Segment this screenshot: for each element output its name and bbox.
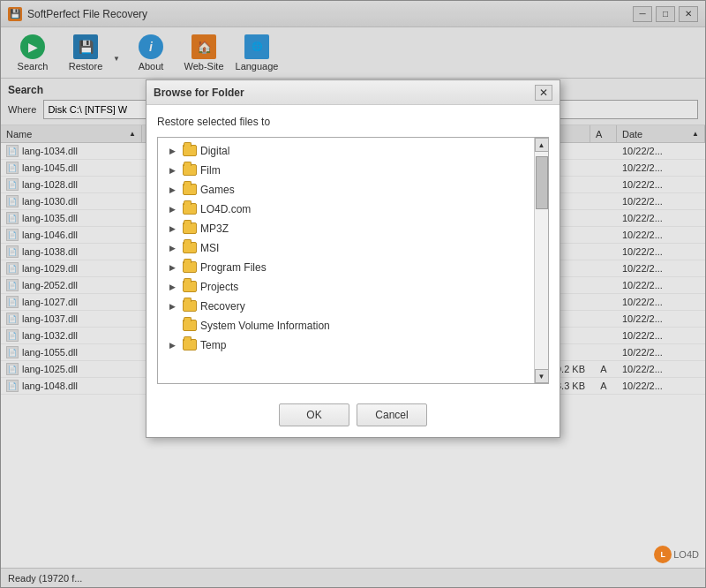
scrollbar-down-button[interactable]: ▼ bbox=[535, 369, 549, 383]
folder-scrollbar[interactable]: ▲ ▼ bbox=[534, 138, 548, 383]
folder-icon bbox=[183, 300, 197, 313]
dialog-close-button[interactable]: ✕ bbox=[535, 85, 552, 101]
folder-label: Projects bbox=[200, 281, 238, 293]
tree-expand-icon: ▶ bbox=[165, 183, 179, 197]
folder-icon bbox=[183, 222, 197, 235]
main-window: 💾 SoftPerfect File Recovery ─ □ ✕ ▶ Sear… bbox=[0, 0, 706, 588]
folder-label: Games bbox=[200, 184, 235, 196]
folder-label: System Volume Information bbox=[200, 320, 330, 332]
browse-folder-dialog: Browse for Folder ✕ Restore selected fil… bbox=[146, 79, 560, 438]
folder-tree-item[interactable]: ▶ Digital bbox=[158, 141, 534, 161]
folder-tree-item[interactable]: ▶ Temp bbox=[158, 335, 534, 355]
dialog-buttons: OK Cancel bbox=[146, 395, 560, 437]
folder-icon bbox=[183, 145, 197, 157]
dialog-title: Browse for Folder bbox=[154, 87, 244, 99]
folder-tree-item[interactable]: System Volume Information bbox=[158, 316, 534, 335]
tree-expand-icon: ▶ bbox=[165, 338, 179, 352]
tree-expand-icon: ▶ bbox=[165, 222, 179, 236]
folder-icon bbox=[183, 320, 197, 332]
scrollbar-thumb[interactable] bbox=[536, 156, 548, 209]
watermark-text: LO4D bbox=[673, 549, 699, 560]
scrollbar-track bbox=[535, 152, 549, 369]
folder-tree-item[interactable]: ▶ Recovery bbox=[158, 297, 534, 316]
tree-expand-icon bbox=[165, 319, 179, 333]
folder-icon bbox=[183, 261, 197, 274]
tree-expand-icon: ▶ bbox=[165, 163, 179, 177]
folder-tree-item[interactable]: ▶ MP3Z bbox=[158, 219, 534, 238]
folder-label: Recovery bbox=[200, 300, 245, 313]
folder-label: Film bbox=[200, 164, 221, 177]
folder-tree-item[interactable]: ▶ LO4D.com bbox=[158, 200, 534, 219]
tree-expand-icon: ▶ bbox=[165, 202, 179, 216]
tree-expand-icon: ▶ bbox=[165, 144, 179, 158]
ok-button[interactable]: OK bbox=[279, 403, 349, 426]
cancel-button[interactable]: Cancel bbox=[357, 403, 427, 426]
folder-tree-item[interactable]: ▶ Projects bbox=[158, 277, 534, 297]
folder-label: MSI bbox=[200, 242, 219, 254]
folder-label: LO4D.com bbox=[200, 203, 251, 215]
folder-tree[interactable]: ▶ Digital ▶ Film ▶ Games ▶ LO4D.com ▶ MP… bbox=[158, 138, 534, 383]
watermark-icon: L bbox=[654, 546, 672, 563]
folder-tree-item[interactable]: ▶ Program Files bbox=[158, 258, 534, 277]
dialog-title-bar: Browse for Folder ✕ bbox=[146, 80, 560, 105]
tree-expand-icon: ▶ bbox=[165, 299, 179, 313]
folder-icon bbox=[183, 164, 197, 177]
dialog-instruction: Restore selected files to bbox=[157, 116, 549, 128]
folder-label: MP3Z bbox=[200, 222, 229, 235]
tree-expand-icon: ▶ bbox=[165, 241, 179, 255]
folder-tree-item[interactable]: ▶ MSI bbox=[158, 238, 534, 258]
tree-expand-icon: ▶ bbox=[165, 260, 179, 275]
folder-tree-item[interactable]: ▶ Film bbox=[158, 161, 534, 180]
folder-icon bbox=[183, 242, 197, 254]
folder-icon bbox=[183, 281, 197, 293]
folder-tree-item[interactable]: ▶ Games bbox=[158, 180, 534, 200]
watermark: L LO4D bbox=[654, 546, 699, 563]
scrollbar-up-button[interactable]: ▲ bbox=[535, 138, 549, 152]
modal-overlay: Browse for Folder ✕ Restore selected fil… bbox=[0, 0, 706, 588]
folder-icon bbox=[183, 203, 197, 215]
folder-label: Digital bbox=[200, 145, 229, 157]
dialog-content: Restore selected files to ▶ Digital ▶ Fi… bbox=[146, 105, 560, 395]
folder-icon bbox=[183, 184, 197, 196]
folder-icon bbox=[183, 339, 197, 351]
folder-label: Program Files bbox=[200, 261, 267, 274]
tree-expand-icon: ▶ bbox=[165, 280, 179, 294]
folder-tree-container: ▶ Digital ▶ Film ▶ Games ▶ LO4D.com ▶ MP… bbox=[157, 137, 549, 384]
folder-label: Temp bbox=[200, 339, 226, 351]
